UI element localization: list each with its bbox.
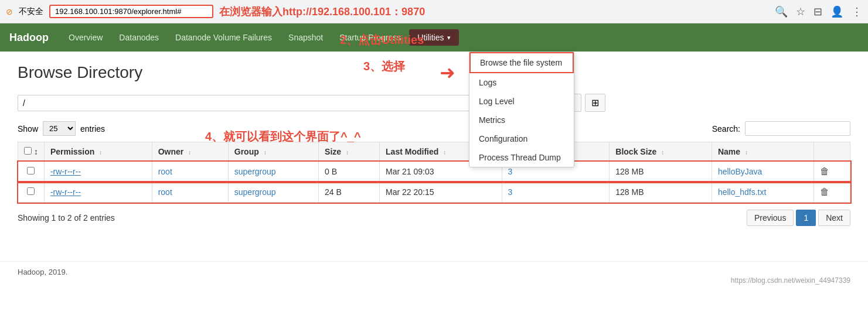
cell-owner: root [152,162,228,182]
not-secure-label: 不安全 [19,6,43,17]
row-checkbox[interactable] [27,167,35,174]
select-all-checkbox[interactable] [24,147,32,155]
cell-permission: -rw-r--r-- [44,162,152,182]
warning-icon: ⊘ [6,7,13,16]
col-size[interactable]: Size ↕ [319,142,380,162]
search-label: Search: [712,124,740,134]
name-link[interactable]: helloByJava [718,167,763,176]
delete-button[interactable]: 🗑 [820,187,829,197]
nav-datanodes[interactable]: Datanodes [111,25,167,50]
url-input[interactable]: 192.168.100.101:9870/explorer.html# [49,5,213,18]
owner-link[interactable]: root [158,187,172,197]
nav-datanode-volume-failures[interactable]: Datanode Volume Failures [167,25,280,50]
sort-icon: ↕ [34,147,38,156]
cell-group: supergroup [228,182,318,203]
page-title: Browse Directory [18,63,850,82]
url-hint: 在浏览器输入http://192.168.100.101：9870 [219,5,425,19]
cell-delete: 🗑 [813,162,850,182]
footer-text: Hadoop, 2019. [18,268,67,276]
row-checkbox-cell [18,182,45,203]
dropdown-configuration[interactable]: Configuration [469,129,574,148]
col-checkbox: ↕ [18,142,45,162]
footer: Hadoop, 2019. https://blog.csdn.net/weix… [0,261,868,288]
table-row: -rw-r--r-- root supergroup 24 B Mar 22 2… [18,182,850,203]
row-checkbox[interactable] [27,187,35,195]
cell-replication: 3 [502,182,610,203]
entries-select[interactable]: 25 10 50 100 [43,121,76,136]
col-action [813,142,850,162]
browser-toolbar: 🔍 ☆ ⊟ 👤 ⋮ [775,5,862,18]
cell-block-size: 128 MB [610,162,712,182]
cell-size: 0 B [319,162,380,182]
row-checkbox-cell [18,162,45,182]
search-bar: Search: [712,121,850,136]
pagination-area: Showing 1 to 2 of 2 entries Previous 1 N… [18,210,850,226]
brand-logo: Hadoop [9,32,49,44]
table-row: -rw-r--r-- root supergroup 0 B Mar 21 09… [18,162,850,182]
pagination-buttons: Previous 1 Next [747,210,850,226]
dropdown-log-level[interactable]: Log Level [469,92,574,111]
show-label: Show [18,124,38,134]
table-icon-btn[interactable]: ⊞ [585,94,605,112]
replication-link[interactable]: 3 [508,167,513,176]
show-entries: Show 25 10 50 100 entries [18,121,105,136]
dropdown-browse-filesystem[interactable]: Browse the file system [469,52,574,73]
search-icon[interactable]: 🔍 [775,5,788,18]
replication-link[interactable]: 3 [508,187,513,197]
cell-name: hello_hdfs.txt [712,182,813,203]
dropdown-metrics[interactable]: Metrics [469,111,574,129]
cell-last-modified: Mar 22 20:15 [380,182,502,203]
footer-watermark: https://blog.csdn.net/weixin_44947339 [18,276,850,285]
col-block-size[interactable]: Block Size ↕ [610,142,712,162]
group-link[interactable]: supergroup [234,167,276,176]
path-bar: Go! 📁 ⬆ ⊞ [18,94,850,112]
group-link[interactable]: supergroup [234,187,276,197]
navbar: Hadoop Overview Datanodes Datanode Volum… [0,23,868,52]
path-input[interactable] [18,95,498,111]
file-table: ↕ Permission ↕ Owner ↕ Group ↕ Size ↕ La… [18,142,850,203]
cell-permission: -rw-r--r-- [44,182,152,203]
account-icon[interactable]: 👤 [830,5,843,18]
delete-button[interactable]: 🗑 [820,166,829,177]
nav-utilities-dropdown[interactable]: Utilities [409,29,459,46]
table-controls: Show 25 10 50 100 entries Search: [18,121,850,136]
page-1-button[interactable]: 1 [796,210,816,226]
col-group[interactable]: Group ↕ [228,142,318,162]
main-content: Browse Directory Go! 📁 ⬆ ⊞ Show 25 10 50… [0,52,868,238]
name-link[interactable]: hello_hdfs.txt [718,187,767,197]
more-icon[interactable]: ⋮ [852,5,862,18]
cell-owner: root [152,182,228,203]
table-header-row: ↕ Permission ↕ Owner ↕ Group ↕ Size ↕ La… [18,142,850,162]
col-name[interactable]: Name ↕ [712,142,813,162]
nav-snapshot[interactable]: Snapshot [280,25,331,50]
browser-bar: ⊘ 不安全 192.168.100.101:9870/explorer.html… [0,0,868,23]
cell-group: supergroup [228,162,318,182]
nav-startup-progress[interactable]: Startup Progress [331,25,409,50]
cast-icon[interactable]: ⊟ [813,5,822,18]
next-button[interactable]: Next [818,210,850,226]
cell-delete: 🗑 [813,182,850,203]
previous-button[interactable]: Previous [747,210,794,226]
cell-block-size: 128 MB [610,182,712,203]
owner-link[interactable]: root [158,167,172,176]
showing-text: Showing 1 to 2 of 2 entries [18,213,115,223]
nav-overview[interactable]: Overview [60,25,111,50]
bookmark-icon[interactable]: ☆ [796,5,805,18]
col-permission[interactable]: Permission ↕ [44,142,152,162]
search-input[interactable] [745,121,850,136]
cell-name: helloByJava [712,162,813,182]
cell-size: 24 B [319,182,380,203]
col-owner[interactable]: Owner ↕ [152,142,228,162]
utilities-dropdown-menu: Browse the file system Logs Log Level Me… [469,52,574,167]
dropdown-process-thread-dump[interactable]: Process Thread Dump [469,148,574,167]
entries-label: entries [80,124,105,134]
dropdown-logs[interactable]: Logs [469,73,574,92]
